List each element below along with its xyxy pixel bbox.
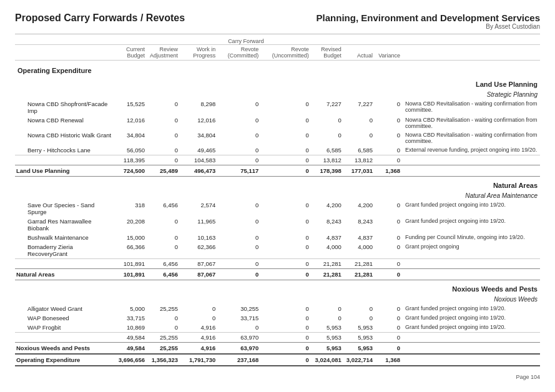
col-header-revote-committed: Revote(Committed) <box>218 45 261 61</box>
subsection-header-noxious-weeds-and-pests: Noxious Weeds and Pests <box>15 280 540 295</box>
table-row: Bushwalk Maintenance15,000010,163004,837… <box>15 233 540 242</box>
col-header-label <box>15 45 115 61</box>
grand-total-row: Operating Expenditure3,696,6561,356,3231… <box>15 354 540 366</box>
table-row: WAP Frogbit10,86904,916005,9535,9530Gran… <box>15 323 540 333</box>
col-header-variance: Variance <box>375 45 403 61</box>
table-row: Alligator Weed Grant5,00025,255030,25500… <box>15 304 540 313</box>
table-row: Garrad Res Narrawallee Biobank20,208011,… <box>15 217 540 233</box>
col-header-work-in-progress: Work inProgress <box>180 45 218 61</box>
table-row: Save Our Species - Sand Spurge3186,4562,… <box>15 200 540 217</box>
subsection-header-natural-areas: Natural Areas <box>15 177 540 191</box>
right-title: Planning, Environment and Development Se… <box>317 12 540 23</box>
table-row: Bomaderry Zieria RecoveryGrant66,366062,… <box>15 242 540 259</box>
table-row: Berry - Hitchcocks Lane56,050049,465006,… <box>15 145 540 155</box>
col-header-revised-budget: RevisedBudget <box>312 45 344 61</box>
col-header-current-budget: CurrentBudget <box>115 45 147 61</box>
col-header-actual: Actual <box>344 45 375 61</box>
group-header-noxious-weeds: Noxious Weeds <box>15 294 540 304</box>
by-asset-label: By Asset Custodian <box>317 23 540 30</box>
subsection-total-row: Noxious Weeds and Pests49,58425,2554,916… <box>15 343 540 355</box>
main-title: Proposed Carry Forwards / Revotes <box>15 12 185 24</box>
col-header-notes <box>403 45 540 61</box>
subsection-total-row: Land Use Planning724,50025,489496,47375,… <box>15 165 540 177</box>
table-row: Nowra CBD Shopfront/Facade Imp15,52508,2… <box>15 99 540 115</box>
group-header-natural-area-maintenance: Natural Area Maintenance <box>15 190 540 200</box>
table-row: WAP Boneseed33,7150033,7150000Grant fund… <box>15 313 540 323</box>
table-row: Nowra CBD Renewal12,016012,01600000Nowra… <box>15 115 540 130</box>
page-number: Page 104 <box>516 374 540 380</box>
group-header-strategic-planning: Strategic Planning <box>15 89 540 99</box>
subtotal-row: 101,8916,45687,0670021,28121,2810 <box>15 259 540 269</box>
subtotal-row: 49,58425,2554,91663,97005,9535,9530 <box>15 333 540 343</box>
subtotal-row: 118,3950104,5830013,81213,8120 <box>15 155 540 165</box>
subsection-total-row: Natural Areas101,8916,45687,0670021,2812… <box>15 269 540 280</box>
subsection-header-land-use-planning: Land Use Planning <box>15 76 540 89</box>
table-row: Nowra CBD Historic Walk Grant34,804034,8… <box>15 130 540 145</box>
col-header-revote-uncommitted: Revote(Uncommitted) <box>261 45 311 61</box>
carry-forward-group-header: Carry Forward <box>180 37 312 45</box>
section-operating-expenditure: Operating Expenditure <box>15 61 540 76</box>
col-header-review-adj: ReviewAdjustment <box>147 45 180 61</box>
